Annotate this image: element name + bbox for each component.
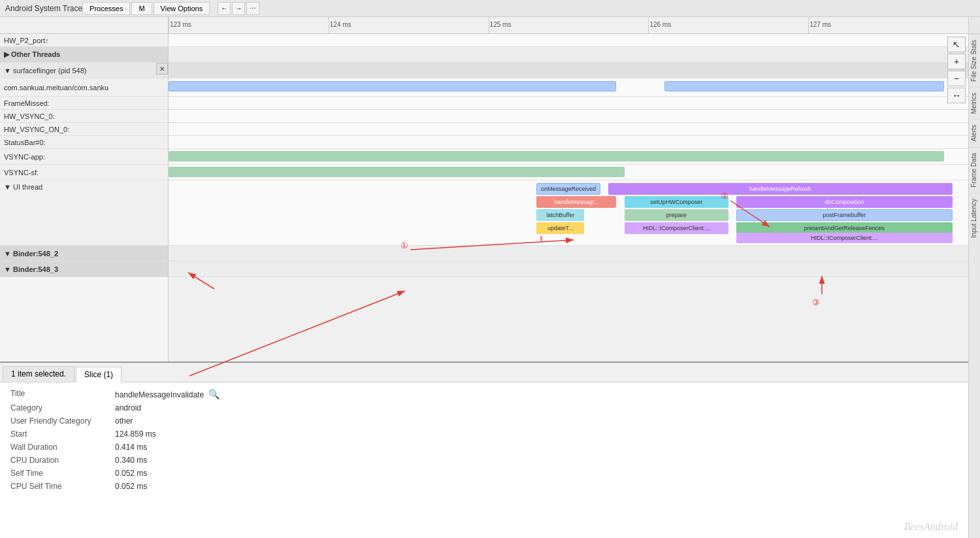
detail-row-self-time: Self Time 0.052 ms — [10, 469, 958, 478]
detail-label-category: Category — [10, 403, 115, 412]
detail-value-self-time: 0.052 ms — [115, 469, 147, 478]
close-surfaceflinger-button[interactable]: ✕ — [156, 63, 168, 75]
detail-row-cpu-self-time: CPU Self Time 0.052 ms — [10, 482, 958, 491]
zoom-in-button[interactable]: + — [947, 54, 966, 69]
view-options-button[interactable]: View Options — [154, 2, 210, 15]
bar-latchbuffer[interactable]: latchBuffer — [536, 209, 584, 221]
fit-button[interactable]: ↔ — [947, 88, 966, 103]
detail-value-cpu-self-time: 0.052 ms — [115, 482, 147, 491]
bar-onmessagereceived[interactable]: onMessageReceived — [536, 183, 600, 195]
bar-postframebuffer[interactable]: postFramebuffer — [736, 209, 952, 221]
detail-label-wall-duration: Wall Duration — [10, 443, 115, 452]
svg-text:③: ③ — [812, 297, 820, 307]
bar-handlemessagerefresh[interactable]: handleMessageRefresh — [608, 183, 952, 195]
zoom-out-button[interactable]: − — [947, 71, 966, 86]
cursor-button[interactable]: ↖ — [947, 37, 966, 52]
right-label-metrics[interactable]: Metrics — [969, 87, 980, 119]
detail-value-category: android — [115, 403, 141, 412]
detail-value-wall-duration: 0.414 ms — [115, 443, 147, 452]
control-panel: ↖ + − ↔ — [947, 37, 966, 103]
bar-hidl-client1[interactable]: HIDL::IComposerClient:... — [625, 222, 728, 234]
bar-sankuai-1[interactable] — [169, 81, 616, 92]
m-button[interactable]: M — [131, 2, 152, 15]
right-label-spacer — [969, 17, 980, 34]
detail-value-cpu-duration: 0.340 ms — [115, 456, 147, 465]
processes-button[interactable]: Processes — [82, 2, 130, 15]
track-vsync-sf — [169, 165, 968, 180]
row-label-hw-p2: HW_P2_port↑ — [0, 34, 168, 47]
detail-label-cpu-duration: CPU Duration — [10, 456, 115, 465]
row-label-binder548-3[interactable]: ▼ Binder:548_3 — [0, 261, 168, 277]
track-hw-p2 — [169, 34, 968, 47]
bar-sankuai-2[interactable] — [664, 81, 944, 92]
row-label-binder548-2[interactable]: ▼ Binder:548_2 — [0, 246, 168, 261]
row-label-surfaceflinger[interactable]: ▼ surfaceflinger (pid 548) ✕ — [0, 63, 168, 78]
detail-label-title: Title — [10, 389, 115, 399]
track-vsync-app — [169, 149, 968, 165]
time-marker-0: 123 ms — [170, 21, 191, 28]
app-header: Android System Trace Processes M View Op… — [0, 0, 980, 17]
bar-setuphwcomposer[interactable]: setUpHWComposer — [625, 196, 728, 208]
bar-small-dot — [540, 236, 542, 241]
track-com-sankuai — [169, 78, 968, 97]
detail-row-wall-duration: Wall Duration 0.414 ms — [10, 443, 958, 452]
title-search-icon[interactable]: 🔍 — [208, 389, 220, 399]
detail-label-user-friendly: User Friendly Category — [10, 416, 115, 426]
track-framemissed — [169, 97, 968, 110]
ruler-spacer — [0, 17, 168, 34]
app-window: Android System Trace Processes M View Op… — [0, 0, 980, 538]
track-hw-vsync-on0 — [169, 123, 968, 136]
bar-hidl-client2[interactable]: HIDL::IComposerClient:... — [736, 233, 952, 243]
time-ruler: 123 ms 124 ms 125 ms 126 ms 127 ms — [169, 17, 968, 34]
detail-value-title: handleMessageInvalidate 🔍 — [115, 389, 220, 399]
track-ui-thread: onMessageReceived handleMessageRefresh h… — [169, 180, 968, 246]
watermark: BeesAndroid — [904, 521, 958, 533]
nav-back-button[interactable]: ← — [218, 2, 231, 15]
time-marker-1: 124 ms — [330, 21, 351, 28]
time-marker-2: 125 ms — [490, 21, 512, 28]
row-label-framemissed: FrameMissed: — [0, 97, 168, 110]
bar-docomposition[interactable]: doComposition — [736, 196, 952, 208]
bottom-tabs: 1 item selected. Slice (1) — [0, 363, 968, 382]
right-label-framedata[interactable]: Frame Data — [969, 147, 980, 193]
time-marker-4: 127 ms — [809, 21, 831, 28]
row-label-hw-vsync0: HW_VSYNC_0: — [0, 110, 168, 123]
time-marker-3: 126 ms — [649, 21, 671, 28]
row-label-hw-vsync-on0: HW_VSYNC_ON_0: — [0, 123, 168, 136]
bar-prepare[interactable]: prepare — [625, 209, 728, 221]
bottom-content: Title handleMessageInvalidate 🔍 Category… — [0, 382, 968, 538]
row-label-vsync-app: VSYNC-app: — [0, 149, 168, 165]
detail-row-category: Category android — [10, 403, 958, 412]
bar-vsync-app[interactable] — [169, 151, 944, 161]
nav-more-button[interactable]: ⋯ — [246, 2, 259, 15]
nav-forward-button[interactable]: → — [232, 2, 245, 15]
track-binder548-3 — [169, 261, 968, 277]
row-label-other-threads[interactable]: ▶ Other Threads — [0, 47, 168, 63]
row-label-statusbar: StatusBar#0: — [0, 136, 168, 149]
bottom-panel: 1 item selected. Slice (1) Title handleM… — [0, 361, 968, 538]
detail-row-title: Title handleMessageInvalidate 🔍 — [10, 389, 958, 399]
detail-row-start: Start 124.859 ms — [10, 429, 958, 439]
bar-updatet[interactable]: updateT... — [536, 222, 584, 234]
bar-vsync-sf[interactable] — [169, 167, 625, 177]
right-label-filesize[interactable]: File Size Stats — [969, 34, 980, 87]
track-statusbar — [169, 136, 968, 149]
row-label-com-sankuai: com.sankuai.meituan/com.sanku — [0, 78, 168, 97]
bar-handlemessage[interactable]: handleMessagI... — [536, 196, 616, 208]
tab-items-selected[interactable]: 1 item selected. — [3, 366, 74, 382]
header-buttons: Processes M View Options ← → ⋯ — [82, 2, 259, 15]
right-label-alerts[interactable]: Alerts — [969, 119, 980, 147]
detail-label-cpu-self-time: CPU Self Time — [10, 482, 115, 491]
right-labels-panel: File Size Stats Metrics Alerts Frame Dat… — [968, 17, 980, 538]
detail-label-self-time: Self Time — [10, 469, 115, 478]
app-title: Android System Trace — [5, 4, 82, 13]
detail-row-cpu-duration: CPU Duration 0.340 ms — [10, 456, 958, 465]
track-binder548-2 — [169, 246, 968, 261]
detail-value-user-friendly: other — [115, 416, 133, 426]
track-surfaceflinger-header — [169, 63, 968, 78]
track-hw-vsync0 — [169, 110, 968, 123]
detail-row-user-friendly: User Friendly Category other — [10, 416, 958, 426]
detail-label-start: Start — [10, 429, 115, 439]
right-label-inputlatency[interactable]: Input Latency — [969, 193, 980, 243]
tab-slice[interactable]: Slice (1) — [76, 367, 122, 382]
